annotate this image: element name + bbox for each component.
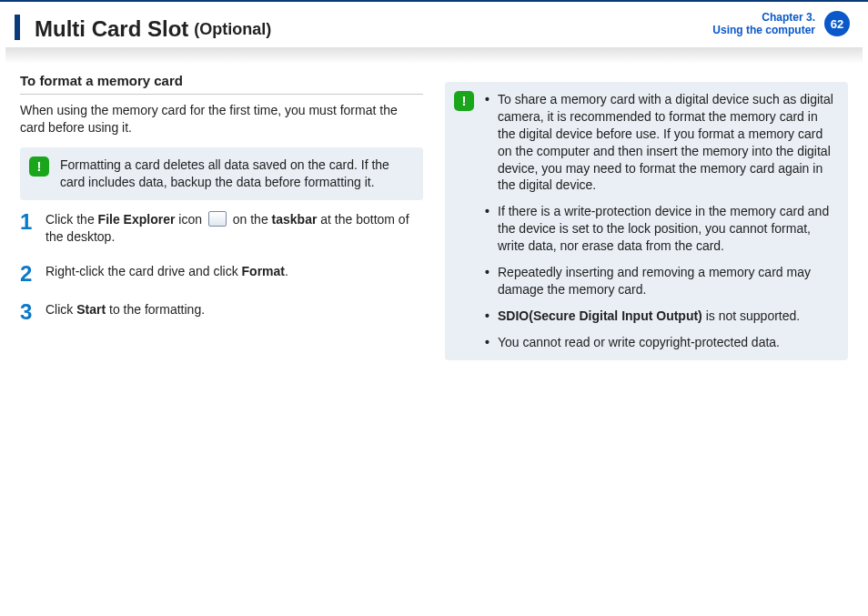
- step-number: 1: [20, 211, 36, 247]
- title-accent-bar: [15, 15, 20, 40]
- page-number-badge: 62: [824, 11, 850, 36]
- page-title: Multi Card Slot (Optional): [35, 16, 271, 42]
- step-item: 1 Click the File Explorer icon on the ta…: [20, 211, 423, 247]
- alert-icon: !: [454, 91, 474, 111]
- right-column: ! To share a memory card with a digital …: [445, 71, 848, 371]
- step-body: Right-click the card drive and click For…: [45, 263, 288, 285]
- list-item: To share a memory card with a digital de…: [485, 91, 837, 194]
- warning-callout: ! Formatting a card deletes all data sav…: [20, 147, 423, 200]
- list-item: SDIO(Secure Digital Input Output) is not…: [485, 308, 837, 325]
- warning-text: Formatting a card deletes all data saved…: [60, 157, 389, 189]
- step-body: Click the File Explorer icon on the task…: [45, 211, 423, 247]
- list-item: You cannot read or write copyright-prote…: [485, 334, 837, 351]
- step-item: 2 Right-click the card drive and click F…: [20, 263, 423, 285]
- section-title: To format a memory card: [20, 73, 423, 95]
- header-shadow: [5, 47, 863, 64]
- file-explorer-icon: [208, 211, 227, 227]
- step-body: Click Start to the formatting.: [45, 301, 205, 323]
- notes-callout: ! To share a memory card with a digital …: [445, 82, 848, 360]
- manual-page: Multi Card Slot (Optional) Chapter 3. Us…: [0, 0, 868, 616]
- page-header: Multi Card Slot (Optional) Chapter 3. Us…: [0, 0, 868, 47]
- title-subtitle: (Optional): [194, 20, 271, 39]
- title-block: Multi Card Slot (Optional): [15, 11, 271, 42]
- title-main: Multi Card Slot: [35, 16, 188, 42]
- step-number: 3: [20, 301, 36, 323]
- content-columns: To format a memory card When using the m…: [0, 71, 868, 371]
- list-item: If there is a write-protection device in…: [485, 203, 837, 255]
- alert-icon: !: [29, 157, 49, 177]
- list-item: Repeatedly inserting and removing a memo…: [485, 264, 837, 298]
- chapter-line-2: Using the computer: [712, 24, 815, 36]
- step-number: 2: [20, 263, 36, 285]
- intro-paragraph: When using the memory card for the first…: [20, 102, 423, 136]
- left-column: To format a memory card When using the m…: [20, 71, 423, 371]
- step-item: 3 Click Start to the formatting.: [20, 301, 423, 323]
- chapter-line-1: Chapter 3.: [712, 11, 815, 24]
- chapter-text: Chapter 3. Using the computer: [712, 11, 815, 37]
- notes-list: To share a memory card with a digital de…: [485, 91, 837, 351]
- chapter-block: Chapter 3. Using the computer 62: [712, 11, 850, 37]
- steps-list: 1 Click the File Explorer icon on the ta…: [20, 211, 423, 323]
